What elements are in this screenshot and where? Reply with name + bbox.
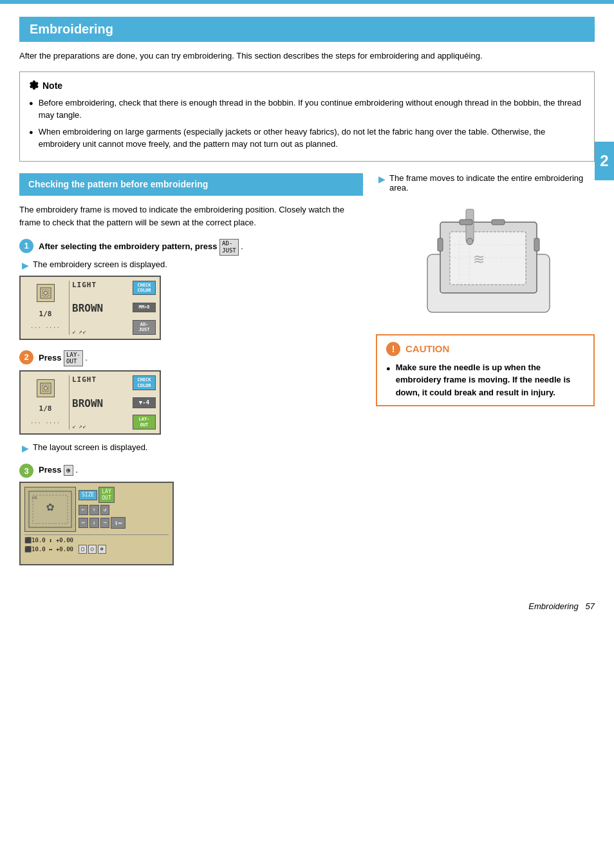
lcd-btn-mm-1: MM>8 <box>133 303 156 312</box>
frame-arrow-result: ▶ The frame moves to indicate the entire… <box>378 173 595 193</box>
step-2-text: Press LAY-OUT . <box>39 350 88 367</box>
subsection-title: Checking the pattern before embroidering <box>28 179 208 189</box>
note-icon: ✽ <box>29 79 39 93</box>
step-3-text: Press ⊕ . <box>39 464 78 476</box>
svg-point-5 <box>44 386 48 390</box>
step-1-circle: 1 <box>19 239 33 253</box>
caution-icon: ! <box>386 342 400 356</box>
lcd-right-arrow: → <box>100 518 110 528</box>
lcd-screen-2: 1/8 ··· ···· LIGHT BROWN ↙ ↗↙ <box>19 370 161 435</box>
note-box: ✽ Note Before embroidering, check that t… <box>19 71 595 162</box>
svg-rect-23 <box>492 220 505 225</box>
lcd-measure-row-2: ⬛10.0 ↔ +0.00 □ ○ ⊕ <box>24 545 169 554</box>
subsection-header: Checking the pattern before embroidering <box>19 173 363 196</box>
step-3-period: . <box>75 465 78 475</box>
step-1-key: AD-JUST <box>219 241 241 251</box>
lcd-square-icon: □ <box>79 545 87 554</box>
svg-text:≋: ≋ <box>473 251 485 267</box>
lcd-arrows-icon-2: ↗↙ <box>79 422 86 429</box>
step-2-result-text: The layout screen is displayed. <box>33 442 147 452</box>
lcd-circle-icon: ○ <box>88 545 97 554</box>
two-column-layout: Checking the pattern before embroidering… <box>19 173 595 576</box>
note-item-2: When embroidering on large garments (esp… <box>29 126 585 151</box>
step-1-result-text: The embroidery screen is displayed. <box>33 259 167 269</box>
lcd-btn-check-2: CHECKCOLOR <box>133 375 156 390</box>
svg-text:✿: ✿ <box>46 498 54 514</box>
lcd-left-arrow: ← <box>79 505 88 515</box>
lcd-text-brown-1: BROWN <box>72 302 103 314</box>
caution-text: Make sure the needle is up when the embr… <box>396 361 584 399</box>
lcd-fraction-2: 1/8 <box>39 404 52 413</box>
right-column: ▶ The frame moves to indicate the entire… <box>376 173 595 576</box>
lcd-center-2: LIGHT BROWN ↙ ↗↙ <box>72 375 133 429</box>
lcd-ctrl-row-3: ↔ ↓ → ↕↔ <box>79 517 169 529</box>
lcd-measure-row-1: ⬛10.0 ↕ +0.00 <box>24 537 169 543</box>
step-1-period: . <box>241 241 243 251</box>
step-3-circle: 3 <box>19 464 33 478</box>
lcd-size-btn: SIZE <box>79 490 97 500</box>
svg-rect-20 <box>438 238 443 251</box>
lcd-cross-icon: ⊕ <box>98 545 106 554</box>
lcd-layout-btn: LAYOUT <box>98 487 114 503</box>
lcd-pattern-icon-1 <box>37 284 55 302</box>
subsection-intro: The embroidery frame is moved to indicat… <box>19 203 363 229</box>
lcd-btn-check-1: CHECKCOLOR <box>133 281 156 296</box>
lcd-text-light-1: LIGHT <box>72 281 97 289</box>
lcd-center-icons-2: ↙ ↗↙ <box>72 422 86 429</box>
lcd-mirror-btn: ↔ <box>79 518 88 528</box>
lcd-layout-controls: SIZE LAYOUT ← ↑ ↺ <box>79 487 169 532</box>
lcd-ctrl-row-2: ← ↑ ↺ <box>79 505 169 515</box>
svg-rect-17 <box>466 209 474 241</box>
note-title-text: Note <box>42 80 62 91</box>
lcd-btn-layout: LAY-OUT <box>133 415 156 429</box>
lcd-right-2: CHECKCOLOR ▼-4 LAY-OUT <box>133 375 156 429</box>
lcd-arrows-icon: ↗↙ <box>79 328 86 335</box>
lcd-layout-screen: ✿ cm SIZE LAYOUT ← <box>19 482 174 565</box>
intro-text: After the preparations are done, you can… <box>19 50 595 62</box>
note-item-1-text: Before embroidering, check that there is… <box>39 97 585 122</box>
caution-title: ! CAUTION <box>386 342 584 356</box>
lay-out-key: LAY-OUT <box>64 350 83 367</box>
svg-point-18 <box>467 238 473 245</box>
frame-text: The frame moves to indicate the entire e… <box>389 173 595 193</box>
lcd-text-brown-2: BROWN <box>72 397 103 410</box>
caution-box: ! CAUTION Make sure the needle is up whe… <box>376 334 595 407</box>
page-footer: Embroidering 57 <box>0 589 614 618</box>
svg-rect-22 <box>460 220 472 225</box>
frame-illustration: ≋ <box>408 203 563 319</box>
lcd-arrow-icon: ↙ <box>72 328 76 335</box>
caution-item: Make sure the needle is up when the embr… <box>386 361 584 399</box>
caution-title-text: CAUTION <box>405 343 449 354</box>
note-item-2-text: When embroidering on large garments (esp… <box>39 126 585 151</box>
lcd-center-1: LIGHT BROWN ↙ ↗↙ <box>72 281 133 335</box>
step-3-instruction: 3 Press ⊕ . <box>19 464 363 478</box>
move-key: ⊕ <box>64 465 73 476</box>
step-2-result: ▶ The layout screen is displayed. <box>22 442 363 453</box>
arrow-icon-2: ▶ <box>22 443 29 453</box>
step-2-circle: 2 <box>19 350 33 364</box>
lcd-ctrl-row-1: SIZE LAYOUT <box>79 487 169 503</box>
footer-text: Embroidering 57 <box>528 601 595 611</box>
svg-text:cm: cm <box>32 495 37 500</box>
lcd-bottom: ⬛10.0 ↕ +0.00 ⬛10.0 ↔ +0.00 □ ○ ⊕ <box>24 534 169 554</box>
lcd-resize-btn: ↕↔ <box>111 517 125 529</box>
frame-arrow-icon: ▶ <box>378 174 386 184</box>
content-area: Embroidering After the preparations are … <box>0 4 614 589</box>
step-1: 1 After selecting the embroidery pattern… <box>19 239 363 340</box>
step-2-period: . <box>85 353 88 363</box>
lcd-in-btn: ↺ <box>100 505 110 515</box>
lcd-left-1: 1/8 ··· ···· <box>24 281 70 335</box>
lcd-arrow-icon-2: ↙ <box>72 422 76 429</box>
svg-rect-12 <box>450 232 526 285</box>
ad-just-key: AD-JUST <box>219 239 239 256</box>
step-1-instruction: 1 After selecting the embroidery pattern… <box>19 239 363 256</box>
svg-rect-21 <box>534 238 539 251</box>
lcd-bottom-icons: □ ○ ⊕ <box>79 545 106 554</box>
lcd-screen-1: 1/8 ··· ···· LIGHT BROWN ↙ ↗↙ <box>19 276 161 340</box>
step-3: 3 Press ⊕ . <box>19 464 363 565</box>
svg-point-2 <box>44 291 48 295</box>
svg-rect-3 <box>41 383 51 393</box>
lcd-down-arrow: ↓ <box>89 518 99 528</box>
left-column: Checking the pattern before embroidering… <box>19 173 363 576</box>
lcd-right-1: CHECKCOLOR MM>8 AD-JUST <box>133 281 156 335</box>
